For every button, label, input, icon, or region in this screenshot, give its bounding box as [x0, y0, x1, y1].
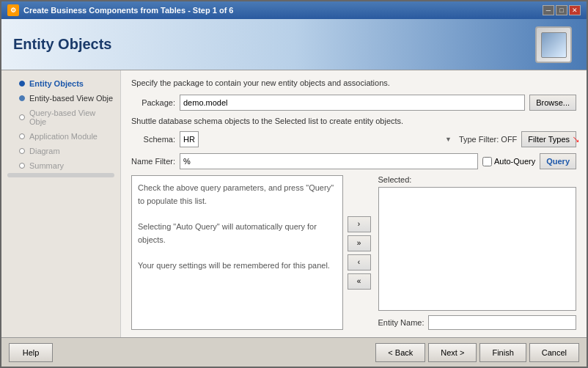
sidebar-label-summary: Summary [29, 161, 64, 170]
move-right-button[interactable]: › [348, 216, 371, 232]
header-icon [535, 26, 572, 63]
selected-area: Selected: Entity Name: [378, 175, 577, 330]
query-btn-wrapper: Query → [540, 153, 576, 169]
cancel-button[interactable]: Cancel [529, 343, 579, 362]
entity-name-input[interactable] [428, 315, 576, 330]
header-icon-inner [541, 32, 567, 58]
help-button[interactable]: Help [9, 343, 53, 362]
header-banner: Entity Objects [1, 19, 587, 70]
title-bar-left: ⚙ Create Business Components from Tables… [7, 4, 233, 16]
next-button[interactable]: Next > [428, 343, 477, 362]
selected-label: Selected: [378, 175, 577, 184]
entity-name-label: Entity Name: [378, 318, 425, 327]
footer-right: < Back Next > Finish Cancel [375, 343, 579, 362]
package-label: Package: [131, 98, 175, 107]
sidebar-label-entity-objects: Entity Objects [29, 79, 84, 88]
sidebar-scrollbar[interactable] [7, 173, 114, 177]
auto-query-label[interactable]: Auto-Query [482, 157, 535, 166]
left-list-text: Check the above query parameters, and pr… [138, 183, 334, 270]
footer-left: Help [9, 343, 53, 362]
sidebar-label-app-module: Application Module [29, 132, 98, 141]
finish-button[interactable]: Finish [479, 343, 526, 362]
close-button[interactable]: ✕ [569, 5, 581, 15]
move-all-left-button[interactable]: « [348, 273, 371, 290]
main-window: ⚙ Create Business Components from Tables… [0, 0, 588, 368]
step-dot-3 [19, 114, 25, 120]
sidebar-label-query-view: Query-based View Obje [29, 108, 114, 126]
package-row: Package: Browse... [131, 95, 576, 111]
title-bar: ⚙ Create Business Components from Tables… [1, 1, 587, 19]
sidebar-item-app-module: Application Module [1, 129, 120, 144]
page-title: Entity Objects [13, 36, 111, 53]
entity-name-row: Entity Name: [378, 315, 577, 330]
window-title: Create Business Components from Tables -… [23, 6, 233, 15]
step-dot-6 [19, 163, 25, 169]
sidebar-item-entity-objects[interactable]: Entity Objects [1, 76, 120, 91]
move-all-right-button[interactable]: » [348, 235, 371, 251]
schema-select-wrapper: HR [180, 131, 455, 147]
shuttle-buttons: › » ‹ « [348, 175, 374, 330]
shuttle-area: Check the above query parameters, and pr… [131, 175, 576, 330]
minimize-button[interactable]: ─ [543, 5, 554, 15]
move-left-button[interactable]: ‹ [348, 254, 371, 271]
selected-list[interactable] [378, 187, 577, 311]
footer: Help < Back Next > Finish Cancel [1, 337, 587, 367]
auto-query-checkbox[interactable] [482, 157, 492, 166]
type-filter-label: Type Filter: OFF [459, 135, 517, 144]
schema-row: Schema: HR Type Filter: OFF Filter Types [131, 131, 576, 147]
name-filter-label: Name Filter: [131, 157, 175, 166]
main-content: Entity Objects Entity-based View Obje Qu… [1, 70, 587, 337]
description-text: Specify the package to contain your new … [131, 78, 576, 89]
sidebar-label-entity-view: Entity-based View Obje [29, 94, 113, 103]
maximize-button[interactable]: □ [556, 5, 567, 15]
auto-query-text: Auto-Query [494, 157, 535, 166]
step-dot-4 [19, 133, 25, 139]
name-filter-input[interactable] [180, 153, 478, 169]
schema-label: Schema: [131, 135, 175, 144]
left-list[interactable]: Check the above query parameters, and pr… [131, 175, 343, 330]
shuttle-description: Shuttle database schema objects to the S… [131, 117, 576, 125]
sidebar-item-entity-view[interactable]: Entity-based View Obje [1, 91, 120, 106]
sidebar-item-summary: Summary [1, 158, 120, 173]
browse-button[interactable]: Browse... [529, 95, 576, 111]
title-bar-controls: ─ □ ✕ [543, 5, 581, 15]
sidebar-item-query-view: Query-based View Obje [1, 106, 120, 129]
name-filter-row: Name Filter: Auto-Query Query → [131, 153, 576, 169]
app-icon: ⚙ [7, 4, 19, 16]
sidebar-label-diagram: Diagram [29, 147, 60, 155]
schema-select[interactable]: HR [180, 131, 199, 147]
step-dot-1 [19, 81, 25, 87]
back-button[interactable]: < Back [375, 343, 425, 362]
package-input[interactable] [180, 95, 525, 111]
query-button[interactable]: Query [540, 153, 576, 169]
content-area: Specify the package to contain your new … [121, 70, 587, 337]
sidebar: Entity Objects Entity-based View Obje Qu… [1, 70, 121, 337]
sidebar-item-diagram: Diagram [1, 144, 120, 158]
step-dot-5 [19, 148, 25, 154]
step-dot-2 [19, 95, 25, 101]
